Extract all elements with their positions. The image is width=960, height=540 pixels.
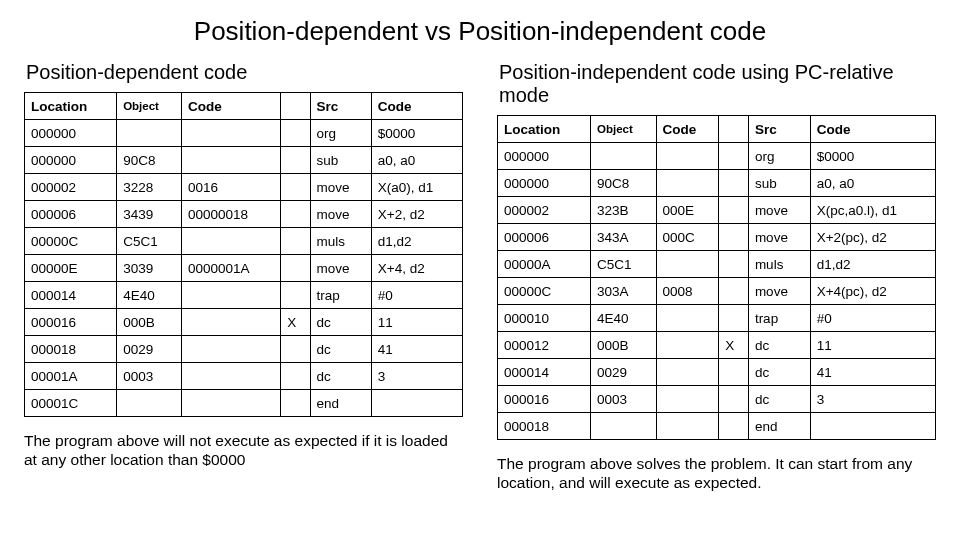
table-cell: 0008 [656, 278, 719, 305]
table-cell: 000E [656, 197, 719, 224]
table-cell: 00000C [25, 228, 117, 255]
table-cell: sub [310, 147, 371, 174]
th-object: Object [591, 116, 657, 143]
table-cell: end [748, 413, 810, 440]
table-cell: 41 [371, 336, 462, 363]
table-cell: 00001C [25, 390, 117, 417]
table-cell [182, 282, 281, 309]
table-row: 0000144E40trap#0 [25, 282, 463, 309]
table-cell: 3 [810, 386, 935, 413]
table-cell [719, 197, 749, 224]
th-code: Code [182, 93, 281, 120]
table-cell: 000000 [25, 147, 117, 174]
table-cell: 000014 [25, 282, 117, 309]
right-heading: Position-independent code using PC-relat… [499, 61, 936, 107]
table-cell [281, 174, 310, 201]
table-cell: 000006 [498, 224, 591, 251]
table-cell: 323B [591, 197, 657, 224]
table-cell: 000018 [25, 336, 117, 363]
table-cell: move [748, 197, 810, 224]
table-cell: 0000001A [182, 255, 281, 282]
table-cell: org [310, 120, 371, 147]
table-cell: X+4, d2 [371, 255, 462, 282]
left-caption: The program above will not execute as ex… [24, 431, 454, 470]
table-cell [281, 147, 310, 174]
table-row: 00000C303A0008moveX+4(pc), d2 [498, 278, 936, 305]
table-cell [281, 363, 310, 390]
table-cell [591, 143, 657, 170]
table-cell: C5C1 [591, 251, 657, 278]
left-table: Location Object Code Src Code 000000org$… [24, 92, 463, 417]
table-cell: 00001A [25, 363, 117, 390]
table-cell: C5C1 [117, 228, 182, 255]
table-cell [182, 363, 281, 390]
table-cell: 4E40 [117, 282, 182, 309]
table-cell [719, 413, 749, 440]
table-cell: dc [748, 332, 810, 359]
table-cell [281, 390, 310, 417]
table-cell: move [310, 174, 371, 201]
table-cell: X+2(pc), d2 [810, 224, 935, 251]
table-cell: dc [310, 309, 371, 336]
table-cell: 000000 [498, 143, 591, 170]
table-cell [182, 309, 281, 336]
table-cell: 3039 [117, 255, 182, 282]
table-cell: 000000 [498, 170, 591, 197]
table-cell: 3228 [117, 174, 182, 201]
table-cell: trap [310, 282, 371, 309]
table-cell [656, 359, 719, 386]
table-cell: trap [748, 305, 810, 332]
table-cell: 00000E [25, 255, 117, 282]
table-cell [281, 201, 310, 228]
table-cell: 0003 [591, 386, 657, 413]
table-cell: 90C8 [117, 147, 182, 174]
page-title: Position-dependent vs Position-independe… [24, 16, 936, 47]
table-cell [656, 386, 719, 413]
table-cell: X+2, d2 [371, 201, 462, 228]
table-cell: move [748, 278, 810, 305]
table-cell [371, 390, 462, 417]
table-cell [719, 386, 749, 413]
table-cell: d1,d2 [371, 228, 462, 255]
table-cell: dc [748, 386, 810, 413]
table-cell: dc [310, 363, 371, 390]
table-cell: X(a0), d1 [371, 174, 462, 201]
table-row: 000000org$0000 [498, 143, 936, 170]
table-cell: move [310, 255, 371, 282]
table-cell: #0 [371, 282, 462, 309]
right-column: Position-independent code using PC-relat… [497, 61, 936, 508]
table-cell: 000000 [25, 120, 117, 147]
table-cell: 11 [371, 309, 462, 336]
right-caption: The program above solves the problem. It… [497, 454, 927, 493]
table-cell: a0, a0 [371, 147, 462, 174]
table-cell: 0029 [591, 359, 657, 386]
table-cell [591, 413, 657, 440]
th-object: Object [117, 93, 182, 120]
table-row: 000006343A000CmoveX+2(pc), d2 [498, 224, 936, 251]
table-cell [281, 255, 310, 282]
table-cell: X [281, 309, 310, 336]
table-cell [719, 170, 749, 197]
table-row: 0000180029dc41 [25, 336, 463, 363]
th-location: Location [25, 93, 117, 120]
table-cell: sub [748, 170, 810, 197]
table-cell: 000012 [498, 332, 591, 359]
table-cell: 4E40 [591, 305, 657, 332]
table-row: 00000E30390000001AmoveX+4, d2 [25, 255, 463, 282]
table-header-row: Location Object Code Src Code [25, 93, 463, 120]
table-cell [182, 147, 281, 174]
table-cell: move [748, 224, 810, 251]
table-cell: end [310, 390, 371, 417]
th-src: Src [748, 116, 810, 143]
table-cell: #0 [810, 305, 935, 332]
table-cell: dc [310, 336, 371, 363]
th-code: Code [656, 116, 719, 143]
table-cell: a0, a0 [810, 170, 935, 197]
table-cell: dc [748, 359, 810, 386]
th-src: Src [310, 93, 371, 120]
right-table: Location Object Code Src Code 000000org$… [497, 115, 936, 440]
table-cell: 000014 [498, 359, 591, 386]
th-code2: Code [371, 93, 462, 120]
table-row: 00000090C8suba0, a0 [25, 147, 463, 174]
table-row: 000016000BXdc11 [25, 309, 463, 336]
